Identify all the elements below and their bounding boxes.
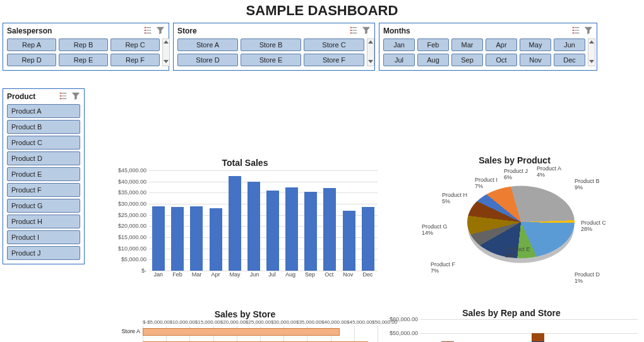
y-tick: $45,000.00 xyxy=(114,167,146,174)
x-tick: Feb xyxy=(172,271,182,278)
chevron-down-icon[interactable] xyxy=(367,58,374,66)
clear-filter-icon[interactable] xyxy=(362,26,371,36)
pie-label: Product F7% xyxy=(431,261,455,274)
multiselect-icon[interactable] xyxy=(59,91,68,102)
bar xyxy=(285,187,298,271)
chevron-up-icon[interactable] xyxy=(367,39,374,47)
slicer-scrollbar[interactable] xyxy=(588,38,595,66)
x-tick: $40,000.00 xyxy=(321,319,347,325)
slicer-item[interactable]: Product F xyxy=(7,183,80,197)
slicer-item[interactable]: Store A xyxy=(177,38,238,51)
sales-store-title: Sales by Store xyxy=(112,309,378,319)
pie-label: Product G14% xyxy=(422,223,448,236)
x-tick: Aug xyxy=(285,271,295,278)
chevron-up-icon[interactable] xyxy=(588,39,595,47)
y-tick: $60,000.00 xyxy=(385,316,418,322)
x-tick: $45,000.00 xyxy=(347,319,372,325)
pie-label: Product A4% xyxy=(537,165,561,178)
slicer-item[interactable]: Product I xyxy=(7,230,80,244)
slicer-item[interactable]: Store F xyxy=(304,54,364,66)
slicer-item[interactable]: Mar xyxy=(451,38,483,51)
bar xyxy=(171,207,184,271)
slicer-item[interactable]: Rep D xyxy=(7,54,56,66)
slicer-item[interactable]: Aug xyxy=(417,54,449,66)
slicer-item[interactable]: Rep B xyxy=(59,38,108,51)
slicer-product-title: Product xyxy=(7,92,35,101)
slicer-item[interactable]: Jun xyxy=(554,38,585,51)
slicer-item[interactable]: Dec xyxy=(554,54,585,66)
pie-label: Product E19% xyxy=(505,246,530,259)
bar xyxy=(323,188,336,271)
chevron-down-icon[interactable] xyxy=(588,58,595,66)
x-tick: Dec xyxy=(362,271,373,278)
slicer-scrollbar[interactable] xyxy=(162,38,170,66)
slicer-item[interactable]: Oct xyxy=(486,54,517,66)
slicer-item[interactable]: Product C xyxy=(7,136,80,150)
bar xyxy=(143,328,340,336)
slicer-salesperson: SalespersonRep ARep BRep CRep DRep ERep … xyxy=(3,23,169,71)
bar xyxy=(247,182,260,271)
multiselect-icon[interactable] xyxy=(571,26,580,36)
slicer-item[interactable]: Rep A xyxy=(7,38,56,51)
slicer-item[interactable]: Store D xyxy=(177,54,238,66)
slicer-item[interactable]: Product H xyxy=(7,215,80,228)
y-tick: Store A xyxy=(112,328,140,334)
y-tick: $- xyxy=(114,268,146,274)
bar xyxy=(152,206,165,271)
x-tick: $15,000.00 xyxy=(195,319,220,325)
multiselect-icon[interactable] xyxy=(349,26,358,36)
x-tick: $- xyxy=(143,319,147,325)
bar xyxy=(229,176,241,271)
pie-label: Product J6% xyxy=(504,168,528,180)
x-tick: $30,000.00 xyxy=(271,319,296,325)
slicer-item[interactable]: Product E xyxy=(7,167,80,181)
slicer-item[interactable]: Product G xyxy=(7,199,80,213)
bar xyxy=(362,207,374,271)
y-tick: $50,000.00 xyxy=(385,330,418,336)
x-tick: $10,000.00 xyxy=(170,319,195,325)
slicer-product: ProductProduct AProduct BProduct CProduc… xyxy=(3,88,85,264)
slicer-item[interactable]: May xyxy=(520,38,551,51)
y-tick: $15,000.00 xyxy=(114,234,146,240)
slicer-item[interactable]: Apr xyxy=(486,38,517,51)
slicer-months-title: Months xyxy=(383,27,410,35)
bar xyxy=(190,206,203,271)
slicer-item[interactable]: Rep C xyxy=(110,38,160,51)
slicer-item[interactable]: Jul xyxy=(383,54,415,66)
sales-product-title: Sales by Product xyxy=(391,155,638,165)
slicer-item[interactable]: Nov xyxy=(520,54,551,66)
slicer-item[interactable]: Product D xyxy=(7,151,80,165)
x-tick: $25,000.00 xyxy=(246,319,271,325)
x-tick: Jun xyxy=(250,271,259,278)
bar xyxy=(343,211,355,271)
x-tick: Sep xyxy=(305,271,315,278)
slicer-item[interactable]: Jan xyxy=(383,38,415,51)
slicer-item[interactable]: Rep F xyxy=(110,54,160,66)
x-tick: Oct xyxy=(325,271,333,278)
chevron-up-icon[interactable] xyxy=(163,39,169,47)
chevron-down-icon[interactable] xyxy=(163,58,169,66)
slicer-item[interactable]: Store B xyxy=(241,38,301,51)
chart-total-sales: Total Sales $-$5,000.00$10,000.00$15,000… xyxy=(112,158,378,290)
slicer-item[interactable]: Product B xyxy=(7,120,80,134)
slicer-item[interactable]: Store C xyxy=(304,38,364,51)
slicer-item[interactable]: Feb xyxy=(417,38,449,51)
slicer-store-title: Store xyxy=(177,27,197,35)
slicer-scrollbar[interactable] xyxy=(367,38,374,66)
slicer-item[interactable]: Store E xyxy=(241,54,301,66)
clear-filter-icon[interactable] xyxy=(584,26,593,36)
pie-label: Product B9% xyxy=(575,178,600,191)
y-tick: $30,000.00 xyxy=(114,201,146,207)
pie-label: Product D1% xyxy=(575,271,600,284)
slicer-item[interactable]: Sep xyxy=(451,54,483,66)
y-tick: $10,000.00 xyxy=(114,245,146,252)
clear-filter-icon[interactable] xyxy=(156,26,165,36)
total-sales-title: Total Sales xyxy=(112,158,378,168)
dashboard-title: SAMPLE DASHBOARD xyxy=(0,0,644,23)
multiselect-icon[interactable] xyxy=(143,26,152,36)
slicer-item[interactable]: Product A xyxy=(7,104,80,118)
slicer-item[interactable]: Rep E xyxy=(59,54,108,66)
x-tick: $20,000.00 xyxy=(220,319,246,325)
clear-filter-icon[interactable] xyxy=(71,91,80,102)
slicer-item[interactable]: Product J xyxy=(7,246,80,260)
